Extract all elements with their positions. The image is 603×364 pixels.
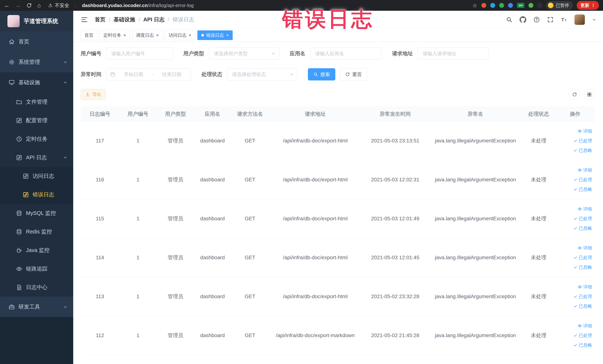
processed-link[interactable]: 已处理 (573, 138, 592, 144)
processed-link[interactable]: 已处理 (573, 177, 592, 183)
ignored-link[interactable]: 已忽略 (573, 225, 592, 231)
detail-link[interactable]: 详细 (578, 167, 592, 173)
github-icon[interactable] (520, 16, 526, 23)
breadcrumb-item[interactable]: 首页 (95, 16, 105, 23)
extension-on-badge[interactable]: on (517, 3, 524, 8)
extension-icon[interactable] (529, 3, 533, 8)
processed-link[interactable]: 已处理 (573, 332, 592, 338)
sidebar-item-infrastructure[interactable]: 基础设施 (0, 72, 73, 93)
sidebar-item-scheduled-jobs[interactable]: 定时任务 (0, 130, 73, 148)
filter-user-type: 用户类型 请选择用户类型 (183, 47, 279, 60)
ignored-link[interactable]: 已忽略 (573, 264, 592, 270)
sidebar-item-dev-tools[interactable]: 研发工具 (0, 297, 73, 317)
edit-icon (16, 154, 22, 161)
extension-icon[interactable] (537, 3, 542, 8)
ignored-link[interactable]: 已忽略 (573, 303, 592, 309)
detail-link[interactable]: 详细 (578, 206, 592, 212)
tab-error-log[interactable]: 错误日志× (197, 30, 233, 40)
close-icon[interactable]: × (226, 33, 229, 38)
cell-app-name: dashboard (194, 216, 231, 222)
extension-icon[interactable] (508, 3, 513, 8)
search-icon[interactable] (506, 16, 512, 23)
column-header: 用户编号 (119, 110, 157, 117)
filter-row-1: 用户编号 用户类型 请选择用户类型 应用名 (81, 47, 595, 60)
profile-paused-chip[interactable]: 已暂停 (546, 1, 573, 10)
monitor-icon (9, 79, 15, 86)
exception-time-range[interactable]: 开始日期 - 结束日期 (106, 68, 191, 81)
check-icon (573, 216, 578, 221)
extension-icon[interactable] (481, 3, 486, 8)
export-button[interactable]: 导出 (81, 89, 106, 100)
check-icon (573, 304, 578, 308)
screen: ← → ⌂ ⚠ 不安全 dashboard.yudao.iocoder.cn/i… (0, 0, 603, 364)
request-url-input[interactable] (418, 47, 488, 60)
ignored-link[interactable]: 已忽略 (573, 186, 592, 192)
detail-link[interactable]: 详细 (578, 245, 592, 251)
ignored-link[interactable]: 已忽略 (573, 147, 592, 153)
browser-update-button[interactable]: 更新 ⋮ (577, 1, 599, 10)
user-avatar[interactable] (574, 14, 585, 25)
sidebar-item-java-monitor[interactable]: Java 监控 (0, 241, 73, 260)
processed-link[interactable]: 已处理 (573, 216, 592, 222)
detail-link[interactable]: 详细 (578, 284, 592, 290)
sidebar-item-trace[interactable]: 链路追踪 (0, 260, 73, 278)
detail-link[interactable]: 详细 (578, 323, 592, 329)
search-button[interactable]: 搜索 (308, 68, 335, 81)
fullscreen-icon[interactable] (547, 16, 554, 23)
tab-home[interactable]: 首页 (81, 30, 97, 40)
cell-user-id: 1 (119, 255, 157, 260)
ignored-link[interactable]: 已忽略 (573, 342, 592, 348)
app-name-input[interactable] (310, 47, 382, 60)
avatar-caret-down-icon[interactable] (592, 17, 596, 22)
sidebar-item-access-log[interactable]: 访问日志 (0, 167, 73, 186)
processed-link[interactable]: 已处理 (573, 294, 592, 299)
sidebar-item-home[interactable]: 首页 (0, 32, 73, 52)
tab-access-log[interactable]: 访问日志× (165, 30, 195, 40)
user-id-input[interactable] (106, 47, 173, 60)
forward-icon[interactable]: → (15, 2, 21, 9)
site-security-chip[interactable]: ⚠ 不安全 (48, 2, 69, 9)
close-icon[interactable]: × (123, 33, 126, 38)
refresh-icon (572, 92, 577, 97)
sidebar-item-redis-monitor[interactable]: Redis 监控 (0, 223, 73, 241)
cell-user-type: 管理员 (157, 215, 194, 222)
sidebar-item-system-management[interactable]: 系统管理 (0, 52, 73, 72)
sidebar-item-mysql-monitor[interactable]: MySQL 监控 (0, 204, 73, 223)
help-icon[interactable] (533, 16, 540, 23)
action-label: 已忽略 (579, 186, 592, 192)
back-icon[interactable]: ← (4, 2, 10, 9)
tab-schedule-log[interactable]: 调度日志× (132, 30, 162, 40)
breadcrumb-item[interactable]: 基础设施 (114, 16, 135, 23)
cell-method: GET (231, 177, 269, 183)
bookmark-star-icon[interactable]: ☆ (472, 2, 477, 9)
browser-chrome: ← → ⌂ ⚠ 不安全 dashboard.yudao.iocoder.cn/i… (0, 0, 603, 11)
close-icon[interactable]: × (189, 33, 191, 38)
sidebar-item-api-log[interactable]: API 日志 (0, 148, 73, 167)
refresh-button[interactable] (569, 89, 580, 100)
font-size-icon[interactable] (561, 16, 568, 23)
app-logo-row[interactable]: 芋道管理系统 (0, 11, 73, 32)
browser-nav: ← → ⌂ (4, 2, 41, 9)
sidebar-collapse-icon[interactable] (81, 16, 88, 23)
reset-button[interactable]: 重置 (340, 68, 367, 81)
processed-link[interactable]: 已处理 (573, 255, 592, 260)
tab-scheduled-jobs[interactable]: 定时任务× (100, 30, 130, 40)
sidebar-item-file-management[interactable]: 文件管理 (0, 93, 73, 111)
user-type-select[interactable]: 请选择用户类型 (209, 47, 279, 60)
home-icon[interactable]: ⌂ (37, 2, 41, 9)
process-status-select[interactable]: 请选择处理状态 (227, 68, 298, 81)
close-icon[interactable]: × (156, 33, 159, 38)
column-header: 请求地址 (269, 110, 361, 117)
extension-icon[interactable] (490, 3, 495, 8)
sidebar-item-error-log[interactable]: 错误日志 (0, 186, 73, 204)
extension-icon[interactable] (499, 3, 504, 8)
sidebar-item-config-management[interactable]: 配置管理 (0, 111, 73, 130)
detail-link[interactable]: 详细 (578, 128, 592, 134)
address-bar[interactable]: dashboard.yudao.iocoder.cn/infra/log/api… (82, 3, 467, 8)
column-settings-button[interactable] (584, 89, 595, 100)
reload-icon[interactable] (26, 3, 32, 8)
breadcrumb-item[interactable]: API 日志 (143, 16, 164, 23)
eye-icon (16, 266, 22, 272)
sidebar-item-log-center[interactable]: 日志中心 (0, 278, 73, 297)
cell-exception-time: 2021-05-03 23:13:51 (361, 138, 429, 144)
